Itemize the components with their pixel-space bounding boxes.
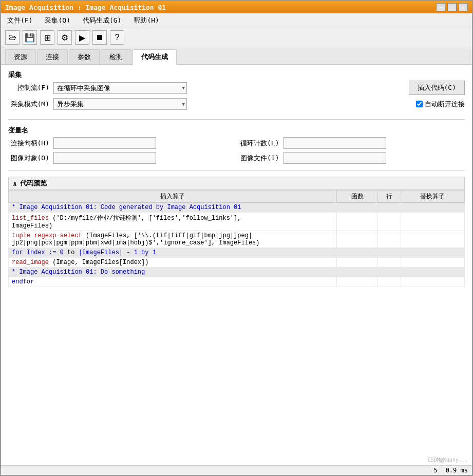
tab-params[interactable]: 参数 — [69, 49, 100, 64]
insert-code-button[interactable]: 插入代码(C) — [409, 81, 465, 95]
main-window: Image Acquisition : Image Acquisition 01… — [0, 0, 473, 476]
help-icon[interactable]: ? — [110, 30, 124, 45]
spacer — [8, 291, 465, 460]
col-header-line: 行 — [378, 191, 401, 203]
code-preview-label: 代码预览 — [20, 179, 47, 188]
content-area: 采集 控制流(F) 在循环中采集图像 插入代码(C) — [1, 65, 472, 465]
code-cell: for Index := 0 to |ImageFiles| - 1 by 1 — [9, 248, 337, 258]
table-row: list_files ('D:/myfile/作业/拉链检测', ['files… — [9, 213, 465, 231]
status-count: 5 — [433, 467, 437, 474]
close-button[interactable]: ✕ — [459, 3, 468, 11]
menu-file[interactable]: 文件(F) — [5, 15, 34, 26]
code-preview-header[interactable]: ∧ 代码预览 — [8, 177, 465, 190]
variable-section: 变量名 连接句柄(H) AcqHandle 图像对象(O) Image — [8, 126, 465, 164]
title-bar-buttons: ─ □ ✕ — [436, 3, 468, 11]
conn-handle-input[interactable]: AcqHandle — [53, 137, 156, 149]
col-header-replace: 替换算子 — [401, 191, 464, 203]
tab-resources[interactable]: 资源 — [5, 49, 36, 64]
code-cell: tuple_regexp_select (ImageFiles, ['\\.(t… — [9, 231, 337, 248]
code-preview-section: ∧ 代码预览 插入算子 函数 行 替换算子 * Image A — [8, 177, 465, 287]
acq-mode-select[interactable]: 异步采集 — [53, 98, 187, 110]
maximize-button[interactable]: □ — [447, 3, 457, 11]
image-obj-label: 图像对象(O) — [8, 154, 49, 163]
table-row: tuple_regexp_select (ImageFiles, ['\\.(t… — [9, 231, 465, 248]
image-obj-input[interactable]: Image — [53, 152, 156, 164]
code-preview-table: 插入算子 函数 行 替换算子 * Image Acquisition 01: C… — [8, 190, 465, 287]
tab-detect[interactable]: 检测 — [101, 49, 131, 64]
watermark: CSDN@Kuany... — [428, 457, 468, 463]
acquire-section: 采集 控制流(F) 在循环中采集图像 插入代码(C) — [8, 70, 465, 113]
menu-help[interactable]: 帮助(H) — [131, 15, 161, 26]
auto-disconnect-checkbox[interactable] — [416, 101, 423, 107]
col-header-func: 函数 — [337, 191, 378, 203]
table-row: read_image (Image, ImageFiles[Index]) — [9, 258, 465, 268]
status-time: 0.9 ms — [446, 467, 468, 474]
divider-1 — [8, 119, 465, 120]
loop-count-input[interactable]: Index — [283, 137, 386, 149]
acq-mode-label: 采集模式(M) — [8, 100, 49, 109]
title-bar: Image Acquisition : Image Acquisition 01… — [1, 1, 472, 13]
save-icon[interactable]: 💾 — [23, 30, 37, 45]
status-bar: 5 0.9 ms — [1, 465, 472, 475]
conn-handle-label: 连接句柄(H) — [8, 139, 49, 148]
control-flow-select[interactable]: 在循环中采集图像 — [53, 82, 187, 94]
auto-disconnect-label: 自动断开连接 — [425, 100, 465, 109]
image-file-label: 图像文件(I) — [238, 154, 279, 163]
play-icon[interactable]: ▶ — [75, 30, 89, 45]
window-title: Image Acquisition : Image Acquisition 01 — [5, 4, 166, 11]
menu-acquire[interactable]: 采集(Q) — [43, 15, 72, 26]
code-cell: read_image (Image, ImageFiles[Index]) — [9, 258, 337, 268]
open-folder-icon[interactable]: 🗁 — [5, 30, 20, 45]
image-file-input[interactable]: ImageFiles — [283, 152, 386, 164]
control-flow-label: 控制流(F) — [8, 83, 49, 92]
loop-count-label: 循环计数(L) — [238, 139, 279, 148]
table-row: for Index := 0 to |ImageFiles| - 1 by 1 — [9, 248, 465, 258]
code-cell: endfor — [9, 277, 337, 287]
tab-bar: 资源 连接 参数 检测 代码生成 — [1, 47, 472, 65]
divider-2 — [8, 170, 465, 170]
var-section-title: 变量名 — [8, 126, 465, 135]
tab-codegen[interactable]: 代码生成 — [133, 49, 177, 65]
code-cell: list_files ('D:/myfile/作业/拉链检测', ['files… — [9, 213, 337, 231]
toolbar: 🗁 💾 ⊞ ⚙ ▶ ⏹ ? — [1, 28, 472, 47]
menu-bar: 文件(F) 采集(Q) 代码生成(G) 帮助(H) — [1, 13, 472, 28]
stop-icon[interactable]: ⏹ — [92, 30, 107, 45]
menu-codegen[interactable]: 代码生成(G) — [81, 15, 123, 26]
acquire-section-title: 采集 — [8, 70, 465, 80]
table-row: * Image Acquisition 01: Code generated b… — [9, 203, 465, 213]
code-cell: * Image Acquisition 01: Code generated b… — [9, 203, 337, 213]
table-row: endfor — [9, 277, 465, 287]
minimize-button[interactable]: ─ — [436, 3, 445, 11]
grid-icon[interactable]: ⊞ — [40, 30, 54, 45]
tab-connect[interactable]: 连接 — [37, 49, 68, 64]
table-row: * Image Acquisition 01: Do something — [9, 268, 465, 277]
code-cell: * Image Acquisition 01: Do something — [9, 268, 337, 277]
collapse-icon: ∧ — [13, 180, 17, 187]
settings-icon[interactable]: ⚙ — [58, 30, 72, 45]
col-header-operator: 插入算子 — [9, 191, 337, 203]
auto-disconnect-row: 自动断开连接 — [416, 100, 465, 109]
